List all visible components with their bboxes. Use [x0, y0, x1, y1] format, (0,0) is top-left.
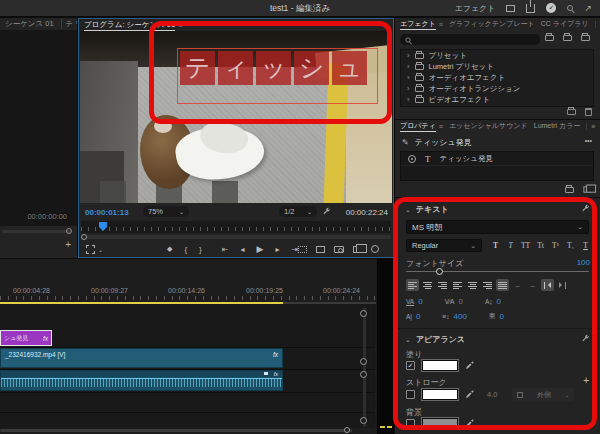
align-left-button[interactable] — [406, 279, 419, 291]
align-right-button[interactable] — [436, 279, 449, 291]
list-item[interactable]: › プリセット — [401, 50, 593, 61]
text-overlay[interactable]: テ ィ ッ シ ュ — [180, 51, 367, 85]
line-height-field[interactable]: 0 — [499, 312, 503, 321]
tab-effects[interactable]: エフェクト ≡ — [400, 19, 443, 30]
tsume-field[interactable]: 0 — [416, 312, 420, 321]
button-editor-icon[interactable] — [371, 245, 379, 253]
chevron-right-icon[interactable]: › — [407, 51, 410, 60]
search-icon[interactable] — [567, 5, 573, 11]
faux-bold-button[interactable]: T — [489, 239, 502, 251]
panel-menu-icon[interactable]: ≡ — [178, 22, 182, 29]
text-direction-horizontal-button[interactable] — [541, 279, 554, 291]
kerning-field[interactable]: 0 — [458, 297, 462, 306]
justify-last-right-button[interactable] — [481, 279, 494, 291]
stroke-eyedropper-icon[interactable] — [465, 390, 474, 399]
subscript-button[interactable]: T₁ — [564, 239, 577, 251]
scroll-handle[interactable] — [360, 371, 367, 378]
text-settings-wrench-icon[interactable] — [581, 204, 590, 213]
video-clip[interactable]: _232416932.mp4 [V] fx — [0, 348, 283, 368]
zoom-level-dropdown[interactable]: 75% ⌄ — [143, 206, 189, 217]
small-caps-button[interactable]: Tt — [534, 239, 547, 251]
justify-last-left-button[interactable] — [451, 279, 464, 291]
fill-color-swatch[interactable] — [422, 360, 458, 371]
tab-overflow-icon[interactable]: » — [76, 19, 77, 29]
step-back-button[interactable]: ◂ — [240, 245, 244, 254]
layer-row[interactable]: T ティッシュ発見 — [401, 152, 593, 166]
workspace-icon[interactable] — [506, 5, 515, 12]
font-size-slider[interactable] — [406, 271, 589, 272]
tab-properties[interactable]: プロパティ ≡ — [400, 121, 443, 132]
program-settings-wrench-icon[interactable] — [322, 207, 331, 216]
program-current-time[interactable]: 00:00:01:13 — [85, 208, 129, 217]
list-item[interactable]: › ビデオトランジション — [401, 105, 593, 107]
superscript-button[interactable]: T¹ — [549, 239, 562, 251]
sync-check-icon[interactable]: ✓ — [546, 3, 556, 13]
align-bottom-button[interactable]: – — [526, 279, 539, 291]
justify-all-button[interactable] — [496, 279, 509, 291]
list-item[interactable]: › ビデオエフェクト — [401, 94, 593, 105]
background-checkbox[interactable] — [406, 419, 415, 428]
tab-lumetri-color[interactable]: Lumetri カラー — [534, 121, 581, 131]
add-marker-button[interactable]: ◆ — [167, 245, 172, 253]
add-button[interactable]: + — [65, 239, 71, 250]
extract-icon[interactable] — [316, 246, 325, 253]
stroke-checkbox[interactable] — [406, 390, 415, 399]
baseline-shift-field[interactable]: 0 — [496, 297, 500, 306]
stroke-color-swatch[interactable] — [422, 389, 458, 400]
filter-accelerated-icon[interactable] — [545, 35, 554, 41]
timeline-vscrollbar[interactable] — [363, 307, 366, 427]
underline-button[interactable]: T — [579, 239, 592, 251]
chevron-down-icon[interactable]: ⌄ — [98, 246, 103, 253]
tab-text-truncated[interactable]: テ — [66, 19, 73, 29]
tab-cc-libraries[interactable]: CC ライブラリ — [541, 19, 589, 29]
video-frame[interactable]: テ ィ ッ シ ュ — [80, 31, 392, 203]
visibility-toggle-icon[interactable] — [408, 155, 416, 163]
stroke-width-field[interactable]: 4.0 — [487, 390, 497, 399]
add-stroke-button[interactable]: + — [583, 375, 589, 386]
mark-out-button[interactable]: } — [199, 245, 202, 254]
lift-icon[interactable] — [298, 246, 307, 253]
track-area[interactable]: シュ発見 fx _232416932.mp4 [V] fx fx — [0, 304, 375, 428]
scroll-handle[interactable] — [360, 310, 367, 317]
fill-eyedropper-icon[interactable] — [465, 361, 474, 370]
collapse-chevron-icon[interactable]: ⌄ — [405, 206, 411, 214]
chevron-right-icon[interactable]: › — [407, 106, 410, 107]
safe-margins-button[interactable] — [86, 245, 95, 254]
tab-graphic-templates[interactable]: グラフィックテンプレート — [449, 19, 535, 29]
scroll-handle[interactable] — [360, 358, 367, 365]
export-frame-icon[interactable] — [334, 246, 344, 253]
filter-32bit-icon[interactable] — [563, 35, 572, 41]
tab-overflow-icon[interactable]: » — [586, 123, 595, 130]
fullscreen-icon[interactable]: ↗ — [584, 3, 592, 13]
chevron-right-icon[interactable]: › — [407, 84, 410, 93]
background-color-swatch[interactable] — [422, 418, 458, 429]
collapse-chevron-icon[interactable]: ⌄ — [405, 336, 411, 344]
scroll-handle[interactable] — [360, 417, 367, 424]
audio-clip[interactable]: fx — [0, 370, 283, 391]
timeline-hscrollbar[interactable] — [0, 429, 352, 432]
graphic-clip[interactable]: シュ発見 fx — [0, 330, 52, 346]
text-direction-vertical-button[interactable] — [556, 279, 569, 291]
export-icon[interactable] — [526, 4, 535, 13]
program-mini-ruler[interactable] — [81, 221, 391, 233]
workspace-label[interactable]: エフェクト — [455, 3, 496, 14]
font-family-dropdown[interactable]: MS 明朝 ⌄ — [406, 220, 589, 234]
new-bin-icon[interactable] — [567, 109, 576, 115]
align-center-button[interactable] — [421, 279, 434, 291]
comparison-view-icon[interactable] — [353, 246, 362, 253]
list-item[interactable]: › オーディオトランジション — [401, 83, 593, 94]
tab-program-sequence[interactable]: プログラム: シーケンス 01 ≡ — [84, 20, 182, 31]
filter-yuv-icon[interactable] — [581, 35, 590, 41]
program-scrollbar[interactable] — [81, 235, 391, 239]
chevron-right-icon[interactable]: › — [407, 62, 410, 71]
tab-overflow-icon[interactable]: » — [595, 21, 600, 28]
go-to-in-button[interactable]: ⇤ — [222, 245, 229, 254]
leading-field[interactable]: 400 — [454, 312, 467, 321]
panel-menu-icon[interactable]: ≡ — [439, 21, 443, 28]
tab-essential-sound[interactable]: エッセンシャルサウンド — [449, 121, 528, 131]
align-top-button[interactable]: – — [511, 279, 524, 291]
justify-last-center-button[interactable] — [466, 279, 479, 291]
list-item[interactable]: › オーディオエフェクト — [401, 72, 593, 83]
chevron-right-icon[interactable]: › — [407, 95, 410, 104]
mark-in-button[interactable]: { — [184, 245, 187, 254]
